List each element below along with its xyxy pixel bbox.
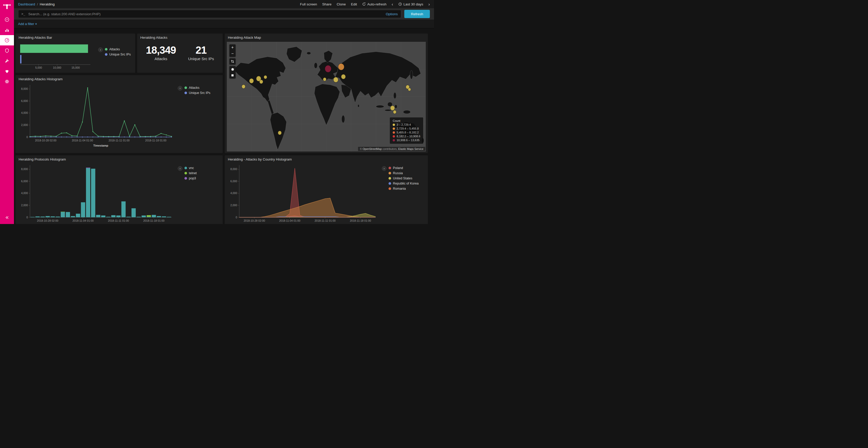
- svg-text:10,000: 10,000: [53, 66, 61, 69]
- auto-refresh-button[interactable]: Auto-refresh: [362, 2, 386, 6]
- dashboard-grid: Heralding Attacks Bar 5,00010,00015,000 …: [14, 28, 434, 224]
- panel-heralding-attacks-histogram: Heralding Attacks Histogram 02,0004,0006…: [16, 75, 223, 153]
- attacks-histogram-chart[interactable]: 02,0004,0006,0008,0002018-10-28 02:00201…: [18, 82, 175, 149]
- legend-item[interactable]: Poland: [389, 166, 418, 170]
- time-forward-button[interactable]: ›: [428, 2, 430, 6]
- refresh-button[interactable]: Refresh: [404, 10, 430, 18]
- sidebar-item-devtools[interactable]: [0, 56, 14, 66]
- map-count-legend: Count 3 – 2,729.42,729.4 – 5,455.85,455.…: [390, 117, 423, 144]
- legend-item[interactable]: Attacks: [184, 86, 210, 90]
- refresh-icon: [362, 2, 366, 6]
- filter-bar: Add a filter +: [14, 20, 434, 28]
- svg-text:6,000: 6,000: [21, 99, 28, 102]
- svg-text:8,000: 8,000: [21, 168, 28, 171]
- legend-item[interactable]: Unique Src IPs: [184, 91, 210, 95]
- draw-rectangle-button[interactable]: [229, 72, 236, 78]
- legend-dot: [184, 177, 187, 180]
- query-bar: >_ Options Refresh: [14, 8, 434, 20]
- time-back-button[interactable]: ‹: [392, 2, 393, 6]
- clock-icon: [398, 2, 402, 6]
- collapse-nav-button[interactable]: [5, 215, 9, 221]
- sidebar-item-dashboard[interactable]: [0, 35, 14, 45]
- metric-label: Unique Src IPs: [188, 57, 214, 61]
- attacks-bar-legend: ›AttacksUnique Src IPs: [98, 47, 131, 56]
- attacks-bar-chart[interactable]: 5,00010,00015,000: [18, 42, 95, 71]
- legend-dot: [393, 131, 395, 134]
- breadcrumb-current: Heralding: [40, 2, 55, 6]
- svg-text:2018-11-18 01:00: 2018-11-18 01:00: [143, 219, 164, 222]
- shield-icon: [4, 48, 9, 53]
- compass-icon: [4, 17, 9, 22]
- ems-link[interactable]: Elastic Maps Service: [398, 147, 424, 150]
- contributors-text: contributors,: [382, 147, 398, 150]
- sidebar-item-discover[interactable]: [0, 14, 14, 25]
- time-range-button[interactable]: Last 30 days: [398, 2, 424, 6]
- legend-toggle[interactable]: ›: [382, 166, 386, 171]
- breadcrumb-dashboard[interactable]: Dashboard: [18, 2, 35, 6]
- legend-label: vnc: [189, 166, 194, 170]
- protocols-histogram-legend: ›vnctelnetpop3: [178, 166, 197, 180]
- svg-text:2018-10-28 02:00: 2018-10-28 02:00: [37, 219, 58, 222]
- sidebar-item-monitoring[interactable]: [0, 66, 14, 76]
- metric-label: Attacks: [146, 57, 176, 61]
- legend-toggle[interactable]: ›: [178, 86, 182, 91]
- legend-item[interactable]: vnc: [184, 166, 197, 170]
- zoom-out-button[interactable]: −: [229, 50, 236, 57]
- search-box[interactable]: >_ Options: [18, 10, 401, 18]
- svg-text:2018-11-18 01:00: 2018-11-18 01:00: [350, 219, 371, 222]
- top-navbar: Dashboard / Heralding Full screen Share …: [14, 0, 434, 8]
- legend-item[interactable]: Republic of Korea: [389, 182, 418, 185]
- full-screen-button[interactable]: Full screen: [300, 2, 317, 6]
- box-zoom-button[interactable]: [229, 58, 236, 65]
- sidebar-item-management[interactable]: [0, 76, 14, 87]
- legend-dot: [393, 124, 395, 126]
- time-range-label: Last 30 days: [404, 2, 424, 6]
- legend-label: Romania: [393, 187, 406, 191]
- telekom-logo[interactable]: [3, 3, 11, 10]
- panel-title: Heralding Protocols Histogram: [16, 156, 223, 163]
- svg-text:0: 0: [236, 216, 237, 219]
- legend-label: Attacks: [189, 86, 199, 90]
- osm-link[interactable]: OpenStreetMap: [363, 147, 382, 150]
- legend-toggle[interactable]: ›: [178, 166, 182, 171]
- legend-item[interactable]: Unique Src IPs: [105, 53, 131, 56]
- legend-dot: [105, 53, 107, 56]
- legend-item[interactable]: Attacks: [105, 47, 131, 51]
- country-histogram-chart[interactable]: 02,0004,0006,0008,0002018-10-28 02:00201…: [227, 163, 379, 224]
- map-legend-row: 8,182.2 – 10,908.6: [393, 135, 420, 138]
- sidebar-item-visualize[interactable]: [0, 25, 14, 35]
- share-button[interactable]: Share: [322, 2, 332, 6]
- legend-item[interactable]: United States: [389, 176, 418, 180]
- protocols-histogram-chart[interactable]: 02,0004,0006,0008,0002018-10-28 02:00201…: [18, 163, 175, 224]
- metric-row: 18,349 Attacks 21 Unique Src IPs: [137, 41, 223, 61]
- legend-item[interactable]: telnet: [184, 171, 197, 175]
- legend-item[interactable]: Russia: [389, 171, 418, 175]
- metric-value: 21: [188, 44, 214, 56]
- search-input[interactable]: [28, 12, 383, 16]
- sidebar-item-security[interactable]: [0, 45, 14, 56]
- panel-heralding-attack-map: Heralding Attack Map + −: [225, 34, 428, 153]
- legend-item[interactable]: Romania: [389, 187, 418, 191]
- query-options-link[interactable]: Options: [386, 12, 398, 16]
- legend-range: 10,908.6 – 13,635: [397, 139, 420, 142]
- gear-icon: [4, 79, 9, 84]
- panel-title: Heralding Attacks Histogram: [16, 75, 223, 82]
- bar-chart-icon: [4, 27, 9, 33]
- add-filter-link[interactable]: Add a filter +: [18, 22, 37, 26]
- clone-button[interactable]: Clone: [337, 2, 346, 6]
- legend-dot: [393, 135, 395, 138]
- legend-dot: [389, 177, 391, 180]
- map-legend-row: 10,908.6 – 13,635: [393, 139, 420, 142]
- edit-button[interactable]: Edit: [351, 2, 357, 6]
- zoom-in-button[interactable]: +: [229, 44, 236, 50]
- svg-text:2018-11-18 01:00: 2018-11-18 01:00: [145, 139, 166, 142]
- pentagon-icon: [231, 68, 234, 71]
- legend-label: pop3: [189, 176, 196, 180]
- terminal-prompt-icon: >_: [22, 12, 25, 16]
- draw-polygon-button[interactable]: [229, 66, 236, 72]
- legend-label: Russia: [393, 171, 403, 175]
- map-controls: + −: [229, 44, 236, 78]
- legend-item[interactable]: pop3: [184, 176, 197, 180]
- legend-toggle[interactable]: ›: [98, 47, 103, 52]
- attacks-histogram-legend: ›AttacksUnique Src IPs: [178, 86, 210, 95]
